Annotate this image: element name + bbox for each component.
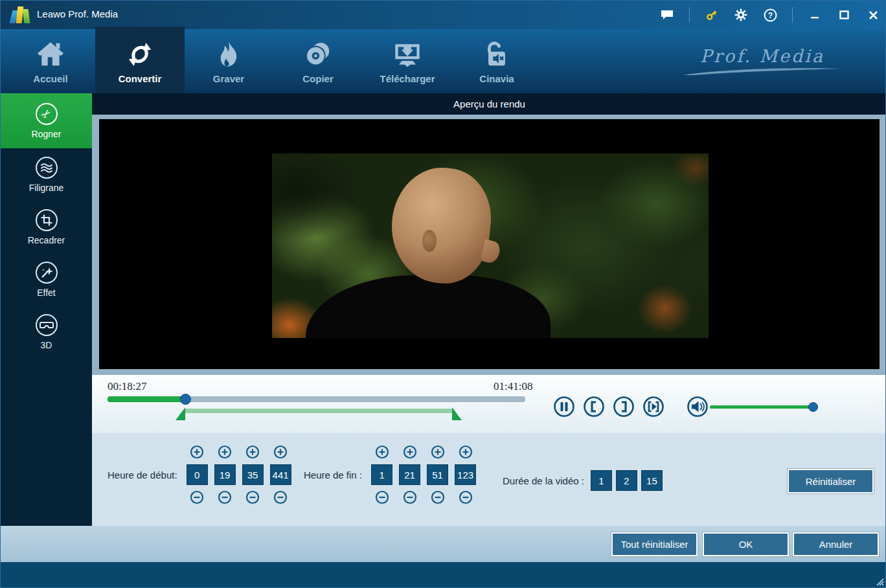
nav-item-cinavia[interactable]: Cinavia bbox=[452, 29, 541, 93]
plus-icon[interactable] bbox=[273, 445, 288, 459]
end-minutes-spinner: 21 bbox=[399, 445, 420, 504]
play-segment-button[interactable] bbox=[642, 396, 664, 418]
nav-item-telecharger[interactable]: Télécharger bbox=[363, 29, 452, 93]
sidebar-label: Rogner bbox=[32, 129, 62, 139]
plus-icon[interactable] bbox=[218, 445, 232, 459]
volume-button[interactable] bbox=[687, 396, 709, 418]
preview-title: Aperçu du rendu bbox=[453, 98, 525, 109]
help-icon[interactable]: ? bbox=[763, 7, 777, 23]
end-seconds-value[interactable]: 51 bbox=[427, 464, 448, 485]
sidebar-item-effet[interactable]: Effet bbox=[1, 253, 92, 306]
duration-hours-value[interactable]: 1 bbox=[591, 470, 612, 491]
cancel-label: Annuler bbox=[819, 539, 853, 550]
scissors-icon: ✂ bbox=[36, 103, 58, 125]
sidebar-item-recadrer[interactable]: Recadrer bbox=[1, 201, 92, 253]
nav-label: Graver bbox=[213, 73, 244, 84]
svg-text:?: ? bbox=[767, 11, 772, 20]
nav-item-graver[interactable]: Graver bbox=[184, 29, 273, 93]
minimize-icon[interactable] bbox=[808, 7, 822, 23]
minus-icon[interactable] bbox=[375, 490, 389, 504]
nav-item-copier[interactable]: Copier bbox=[273, 29, 363, 93]
3d-glasses-icon bbox=[36, 314, 58, 336]
copy-discs-icon bbox=[302, 38, 334, 71]
nav-label: Cinavia bbox=[479, 73, 514, 84]
brand-swoosh bbox=[681, 66, 843, 76]
nav-item-accueil[interactable]: Accueil bbox=[6, 29, 95, 93]
sidebar-item-rogner[interactable]: ✂ Rogner bbox=[1, 93, 92, 148]
minus-icon[interactable] bbox=[273, 490, 288, 504]
plus-icon[interactable] bbox=[190, 445, 204, 459]
sidebar-item-filigrane[interactable]: Filigrane bbox=[1, 148, 92, 201]
titlebar-separator bbox=[792, 7, 793, 23]
cancel-button[interactable]: Annuler bbox=[793, 532, 879, 556]
video-person-ear bbox=[422, 230, 437, 252]
start-hours-value[interactable]: 0 bbox=[187, 464, 208, 485]
progress-knob[interactable] bbox=[180, 394, 191, 405]
titlebar-separator bbox=[689, 7, 690, 23]
end-millis-value[interactable]: 123 bbox=[455, 464, 476, 485]
mark-end-button[interactable] bbox=[613, 396, 635, 418]
main-nav: Accueil Convertir Graver Copier Téléchar… bbox=[1, 29, 886, 93]
minus-icon[interactable] bbox=[403, 490, 417, 504]
playback-buttons bbox=[553, 396, 709, 418]
plus-icon[interactable] bbox=[245, 445, 260, 459]
trim-start-handle[interactable] bbox=[176, 407, 185, 420]
end-time-label: Heure de fin : bbox=[304, 469, 362, 481]
settings-gear-icon[interactable] bbox=[734, 7, 748, 23]
duration-minutes-value[interactable]: 2 bbox=[616, 470, 637, 491]
start-hours-spinner: 0 bbox=[187, 445, 208, 504]
end-time-group: Heure de fin : 1 21 51 123 bbox=[304, 445, 476, 504]
plus-icon[interactable] bbox=[375, 445, 389, 459]
total-duration: 01:41:08 bbox=[494, 380, 532, 393]
mark-start-button[interactable] bbox=[583, 396, 605, 418]
plus-icon[interactable] bbox=[459, 445, 473, 459]
video-screen bbox=[99, 119, 880, 369]
end-seconds-spinner: 51 bbox=[427, 445, 448, 504]
sidebar-item-3d[interactable]: 3D bbox=[1, 306, 92, 358]
reset-button[interactable]: Réinitialiser bbox=[788, 469, 874, 493]
sidebar-label: Filigrane bbox=[29, 183, 64, 193]
minus-icon[interactable] bbox=[218, 490, 232, 504]
start-minutes-value[interactable]: 19 bbox=[214, 464, 236, 485]
nav-label: Accueil bbox=[33, 73, 67, 84]
end-minutes-value[interactable]: 21 bbox=[399, 464, 420, 485]
plus-icon[interactable] bbox=[403, 445, 417, 459]
end-millis-spinner: 123 bbox=[455, 445, 476, 504]
duration-seconds-value[interactable]: 15 bbox=[641, 470, 663, 491]
elapsed-time: 00:18:27 bbox=[108, 380, 146, 393]
volume-slider-knob[interactable] bbox=[808, 402, 818, 412]
volume-slider-track[interactable] bbox=[710, 405, 818, 409]
reset-all-button[interactable]: Tout réinitialiser bbox=[611, 532, 698, 556]
plus-icon[interactable] bbox=[431, 445, 445, 459]
start-millis-spinner: 441 bbox=[270, 445, 291, 504]
maximize-icon[interactable] bbox=[837, 7, 851, 23]
key-icon[interactable] bbox=[705, 7, 719, 23]
nav-item-convertir[interactable]: Convertir bbox=[95, 27, 185, 93]
trim-end-handle[interactable] bbox=[452, 407, 462, 420]
end-hours-spinner: 1 bbox=[371, 445, 392, 504]
start-millis-value[interactable]: 441 bbox=[270, 464, 291, 485]
sidebar-label: 3D bbox=[41, 340, 52, 350]
start-seconds-value[interactable]: 35 bbox=[242, 464, 264, 485]
pause-button[interactable] bbox=[553, 396, 575, 418]
minus-icon[interactable] bbox=[190, 490, 204, 504]
minus-icon[interactable] bbox=[459, 490, 473, 504]
resize-grip[interactable] bbox=[875, 577, 884, 586]
cinavia-unlock-icon bbox=[481, 38, 513, 71]
convert-arrows-icon bbox=[124, 38, 156, 71]
ok-button[interactable]: OK bbox=[703, 532, 789, 556]
trim-range-track[interactable] bbox=[185, 409, 452, 413]
start-seconds-spinner: 35 bbox=[242, 445, 264, 504]
progress-track[interactable] bbox=[108, 396, 525, 402]
sidebar-label: Recadrer bbox=[28, 235, 65, 245]
minus-icon[interactable] bbox=[245, 490, 260, 504]
action-bar: Tout réinitialiser OK Annuler bbox=[1, 526, 886, 562]
minus-icon[interactable] bbox=[431, 490, 445, 504]
nav-label: Télécharger bbox=[380, 73, 435, 84]
app-window: Leawo Prof. Media ? bbox=[0, 0, 886, 588]
end-hours-value[interactable]: 1 bbox=[371, 464, 392, 485]
player-panel: 00:18:27 01:41:08 bbox=[92, 375, 886, 433]
message-bubble-icon[interactable] bbox=[660, 7, 674, 23]
close-icon[interactable] bbox=[866, 7, 880, 23]
crop-frame-icon bbox=[36, 209, 58, 231]
